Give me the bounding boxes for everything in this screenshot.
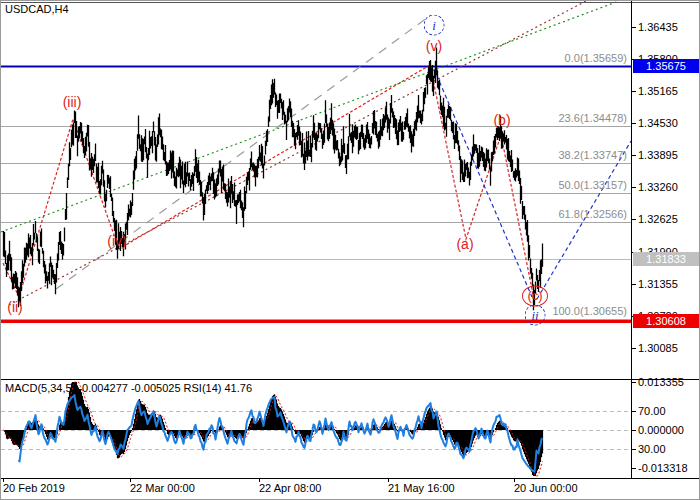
wave-path-red bbox=[3, 65, 534, 299]
indicator-axis-label: -0.013318 bbox=[638, 462, 688, 474]
price-chart-canvas[interactable] bbox=[1, 1, 700, 500]
fibonacci-level-label: 61.8(1.32566) bbox=[559, 208, 628, 220]
fibonacci-level-label: 100.0(1.30655) bbox=[552, 305, 627, 317]
price-axis-label: 1.32625 bbox=[638, 213, 678, 225]
wave-label-iii: (iii) bbox=[63, 94, 82, 110]
wave-label-v: (v) bbox=[426, 38, 442, 54]
indicator-axis-label: 0.013355 bbox=[638, 376, 684, 388]
price-axis-label: 1.33260 bbox=[638, 181, 678, 193]
fib-zero-price-badge: 1.35675 bbox=[633, 59, 699, 73]
indicator-axis-label: 70.00 bbox=[638, 405, 666, 417]
candlesticks bbox=[4, 48, 543, 311]
fibonacci-level-label: 0.0(1.35659) bbox=[565, 52, 627, 64]
price-axis-label: 1.33895 bbox=[638, 149, 678, 161]
price-axis-label: 1.30085 bbox=[638, 342, 678, 354]
time-axis-label: 20 Jun 00:00 bbox=[514, 482, 578, 494]
wave-label-a: (a) bbox=[456, 236, 473, 252]
time-axis-label: 22 Mar 00:00 bbox=[130, 482, 195, 494]
chart-window: USDCAD,H4 MACD(5,34,5) -0.004277 -0.0050… bbox=[0, 0, 700, 500]
time-axis-label: 21 May 16:00 bbox=[388, 482, 455, 494]
macd-histogram bbox=[4, 382, 543, 476]
price-axis-label: 1.34530 bbox=[638, 117, 678, 129]
indicator-header: MACD(5,34,5) -0.004277 -0.005025 RSI(14)… bbox=[5, 382, 252, 394]
indicator-axis-label: 30.00 bbox=[638, 443, 666, 455]
wave-label-ii: (ii) bbox=[7, 299, 23, 315]
wave-label-iv: (iv) bbox=[107, 233, 126, 249]
price-axis-label: 1.35165 bbox=[638, 85, 678, 97]
wave-label-c: (c) bbox=[522, 286, 548, 307]
time-axis-label: 22 Apr 08:00 bbox=[259, 482, 321, 494]
time-axis-label: 20 Feb 2019 bbox=[3, 482, 65, 494]
projection-down-blue bbox=[434, 69, 532, 297]
wave-label-ii: ii bbox=[525, 305, 546, 326]
fibonacci-level-label: 38.2(1.33747) bbox=[559, 149, 628, 161]
indicator-axis-label: 0.000000 bbox=[638, 424, 684, 436]
support-price-badge: 1.30608 bbox=[633, 314, 699, 328]
wave-label-i: i bbox=[424, 15, 445, 36]
symbol-title: USDCAD,H4 bbox=[5, 3, 69, 15]
price-axis-label: 1.36435 bbox=[638, 21, 678, 33]
projection-up-blue bbox=[537, 141, 631, 299]
channel-upper-green bbox=[1, 1, 619, 232]
current-price-badge: 1.31833 bbox=[633, 252, 699, 266]
fibonacci-level-label: 23.6(1.34478) bbox=[559, 112, 628, 124]
fibonacci-level-label: 50.0(1.33157) bbox=[559, 179, 628, 191]
wave-label-b: (b) bbox=[493, 112, 510, 128]
price-axis-label: 1.31355 bbox=[638, 278, 678, 290]
